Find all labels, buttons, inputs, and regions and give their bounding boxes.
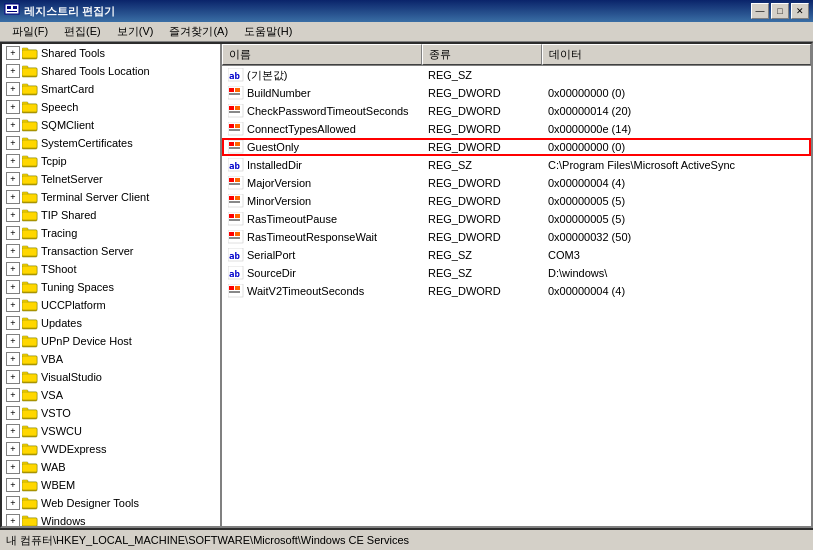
expand-icon-vsa[interactable]: +	[6, 388, 20, 402]
tree-item-wbem[interactable]: + WBEM	[2, 476, 220, 494]
expand-icon-vwdexpress[interactable]: +	[6, 442, 20, 456]
tree-item-system-certificates[interactable]: + SystemCertificates	[2, 134, 220, 152]
folder-icon-tcpip	[22, 154, 38, 168]
list-row-2[interactable]: CheckPasswordTimeoutSecondsREG_DWORD0x00…	[222, 102, 811, 120]
tree-item-wab[interactable]: + WAB	[2, 458, 220, 476]
expand-icon-smartcard[interactable]: +	[6, 82, 20, 96]
list-row-10[interactable]: ab SerialPortREG_SZCOM3	[222, 246, 811, 264]
tree-item-shared-tools[interactable]: + Shared Tools	[2, 44, 220, 62]
tree-item-tcpip[interactable]: + Tcpip	[2, 152, 220, 170]
list-row-5[interactable]: ab InstalledDirREG_SZC:\Program Files\Mi…	[222, 156, 811, 174]
minimize-button[interactable]: —	[751, 3, 769, 19]
expand-icon-vba[interactable]: +	[6, 352, 20, 366]
tree-item-speech[interactable]: + Speech	[2, 98, 220, 116]
tree-item-vswcu[interactable]: + VSWCU	[2, 422, 220, 440]
list-panel[interactable]: 이름 종류 데이터 ab (기본값)REG_SZ BuildNumberREG_…	[222, 44, 811, 526]
svg-rect-128	[228, 284, 243, 297]
list-row-8[interactable]: RasTimeoutPauseREG_DWORD0x00000005 (5)	[222, 210, 811, 228]
tree-item-terminal-server-client[interactable]: + Terminal Server Client	[2, 188, 220, 206]
svg-rect-6	[22, 50, 37, 58]
tree-item-vsa[interactable]: + VSA	[2, 386, 220, 404]
close-button[interactable]: ✕	[791, 3, 809, 19]
list-row-4[interactable]: GuestOnlyREG_DWORD0x00000000 (0)	[222, 138, 811, 156]
tree-item-updates[interactable]: + Updates	[2, 314, 220, 332]
expand-icon-windows[interactable]: +	[6, 514, 20, 526]
expand-icon-tuning-spaces[interactable]: +	[6, 280, 20, 294]
tree-item-sqmclient[interactable]: + SQMClient	[2, 116, 220, 134]
list-row-12[interactable]: WaitV2TimeoutSecondsREG_DWORD0x00000004 …	[222, 282, 811, 300]
header-data[interactable]: 데이터	[542, 44, 811, 65]
tree-panel[interactable]: + Shared Tools+ Shared Tools Location+ S…	[2, 44, 222, 526]
tree-item-ucc-platform[interactable]: + UCCPlatform	[2, 296, 220, 314]
svg-rect-110	[235, 178, 240, 182]
tree-item-tracing[interactable]: + Tracing	[2, 224, 220, 242]
expand-icon-vswcu[interactable]: +	[6, 424, 20, 438]
expand-icon-sqmclient[interactable]: +	[6, 118, 20, 132]
expand-icon-tip-shared[interactable]: +	[6, 208, 20, 222]
svg-rect-9	[22, 68, 37, 76]
menu-favorites[interactable]: 즐겨찾기(A)	[161, 22, 236, 41]
tree-item-vba[interactable]: + VBA	[2, 350, 220, 368]
svg-rect-2	[13, 6, 17, 9]
tree-item-tshoot[interactable]: + TShoot	[2, 260, 220, 278]
list-row-9[interactable]: RasTimeoutResponseWaitREG_DWORD0x0000003…	[222, 228, 811, 246]
expand-icon-updates[interactable]: +	[6, 316, 20, 330]
tree-item-upnp-device-host[interactable]: + UPnP Device Host	[2, 332, 220, 350]
tree-item-smartcard[interactable]: + SmartCard	[2, 80, 220, 98]
folder-icon-system-certificates	[22, 136, 38, 150]
list-row-7[interactable]: MinorVersionREG_DWORD0x00000005 (5)	[222, 192, 811, 210]
tree-item-tuning-spaces[interactable]: + Tuning Spaces	[2, 278, 220, 296]
tree-item-vwdexpress[interactable]: + VWDExpress	[2, 440, 220, 458]
expand-icon-web-designer-tools[interactable]: +	[6, 496, 20, 510]
expand-icon-tcpip[interactable]: +	[6, 154, 20, 168]
list-cell-name-5: ab InstalledDir	[222, 157, 422, 173]
expand-icon-wab[interactable]: +	[6, 460, 20, 474]
expand-icon-system-certificates[interactable]: +	[6, 136, 20, 150]
folder-icon-shared-tools	[22, 46, 38, 60]
svg-rect-99	[229, 124, 234, 128]
list-row-11[interactable]: ab SourceDirREG_SZD:\windows\	[222, 264, 811, 282]
expand-icon-tshoot[interactable]: +	[6, 262, 20, 276]
list-cell-type-1: REG_DWORD	[422, 86, 542, 100]
expand-icon-vsto[interactable]: +	[6, 406, 20, 420]
tree-item-visual-studio[interactable]: + VisualStudio	[2, 368, 220, 386]
expand-icon-shared-tools-location[interactable]: +	[6, 64, 20, 78]
expand-icon-shared-tools[interactable]: +	[6, 46, 20, 60]
tree-item-web-designer-tools[interactable]: + Web Designer Tools	[2, 494, 220, 512]
tree-item-tip-shared[interactable]: + TIP Shared	[2, 206, 220, 224]
expand-icon-wbem[interactable]: +	[6, 478, 20, 492]
tree-item-shared-tools-location[interactable]: + Shared Tools Location	[2, 62, 220, 80]
list-row-0[interactable]: ab (기본값)REG_SZ	[222, 66, 811, 84]
expand-icon-telnet-server[interactable]: +	[6, 172, 20, 186]
menu-edit[interactable]: 편집(E)	[56, 22, 109, 41]
maximize-button[interactable]: □	[771, 3, 789, 19]
expand-icon-transaction-server[interactable]: +	[6, 244, 20, 258]
svg-rect-21	[22, 140, 37, 148]
folder-icon-wab	[22, 460, 38, 474]
list-row-1[interactable]: BuildNumberREG_DWORD0x00000000 (0)	[222, 84, 811, 102]
expand-icon-tracing[interactable]: +	[6, 226, 20, 240]
menu-file[interactable]: 파일(F)	[4, 22, 56, 41]
tree-item-telnet-server[interactable]: + TelnetServer	[2, 170, 220, 188]
header-type[interactable]: 종류	[422, 44, 542, 65]
tree-item-label-transaction-server: Transaction Server	[41, 245, 134, 257]
tree-item-label-updates: Updates	[41, 317, 82, 329]
expand-icon-terminal-server-client[interactable]: +	[6, 190, 20, 204]
list-row-6[interactable]: MajorVersionREG_DWORD0x00000004 (4)	[222, 174, 811, 192]
svg-rect-96	[235, 106, 240, 110]
header-name[interactable]: 이름	[222, 44, 422, 65]
expand-icon-ucc-platform[interactable]: +	[6, 298, 20, 312]
tree-item-vsto[interactable]: + VSTO	[2, 404, 220, 422]
expand-icon-speech[interactable]: +	[6, 100, 20, 114]
tree-item-transaction-server[interactable]: + Transaction Server	[2, 242, 220, 260]
expand-icon-visual-studio[interactable]: +	[6, 370, 20, 384]
statusbar: 내 컴퓨터\HKEY_LOCAL_MACHINE\SOFTWARE\Micros…	[0, 528, 813, 550]
svg-rect-114	[235, 196, 240, 200]
list-row-3[interactable]: ConnectTypesAllowedREG_DWORD0x0000000e (…	[222, 120, 811, 138]
svg-rect-103	[229, 142, 234, 146]
menu-help[interactable]: 도움말(H)	[236, 22, 300, 41]
tree-item-windows[interactable]: + Windows	[2, 512, 220, 526]
menu-view[interactable]: 보기(V)	[109, 22, 162, 41]
expand-icon-upnp-device-host[interactable]: +	[6, 334, 20, 348]
svg-rect-75	[22, 464, 37, 472]
